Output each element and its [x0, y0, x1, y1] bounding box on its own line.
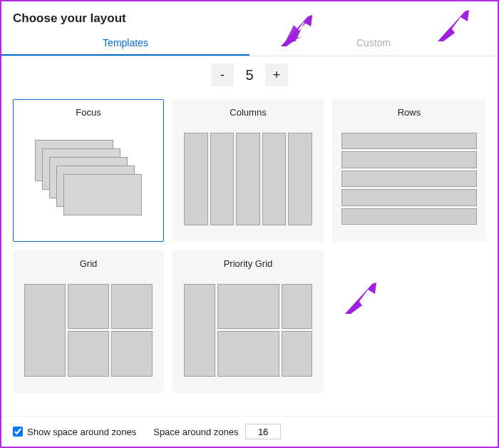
template-priority-grid[interactable]: Priority Grid — [173, 250, 324, 393]
space-around-wrap: Space around zones — [153, 424, 281, 439]
template-grid[interactable]: Grid — [13, 250, 164, 393]
template-focus[interactable]: Focus — [13, 99, 164, 242]
template-priority-grid-label: Priority Grid — [224, 258, 273, 269]
template-priority-grid-preview — [182, 276, 314, 384]
template-rows-preview — [341, 125, 477, 233]
template-columns-label: Columns — [230, 107, 266, 118]
zone-count-value: 5 — [238, 67, 261, 83]
tabs: Templates Custom — [1, 31, 498, 56]
template-grid: Focus Columns Rows Grid — [1, 99, 498, 393]
template-focus-preview — [22, 125, 155, 233]
tab-custom[interactable]: Custom — [250, 31, 498, 56]
template-rows[interactable]: Rows — [332, 99, 486, 242]
show-space-checkbox-wrap[interactable]: Show space around zones — [13, 427, 136, 437]
tab-templates[interactable]: Templates — [1, 31, 250, 56]
page-title: Choose your layout — [1, 1, 498, 31]
template-grid-preview — [22, 276, 155, 384]
show-space-label: Show space around zones — [27, 427, 136, 437]
template-grid-label: Grid — [80, 258, 98, 269]
template-columns[interactable]: Columns — [173, 99, 324, 242]
template-focus-label: Focus — [76, 107, 101, 118]
template-rows-label: Rows — [398, 107, 421, 118]
decrement-button[interactable]: - — [211, 63, 234, 86]
footer: Show space around zones Space around zon… — [1, 416, 498, 447]
template-columns-preview — [182, 125, 314, 233]
show-space-checkbox[interactable] — [13, 427, 23, 437]
space-around-label: Space around zones — [153, 427, 238, 437]
zone-count-stepper: - 5 + — [1, 56, 498, 99]
increment-button[interactable]: + — [265, 63, 288, 86]
space-around-input[interactable] — [245, 424, 281, 439]
